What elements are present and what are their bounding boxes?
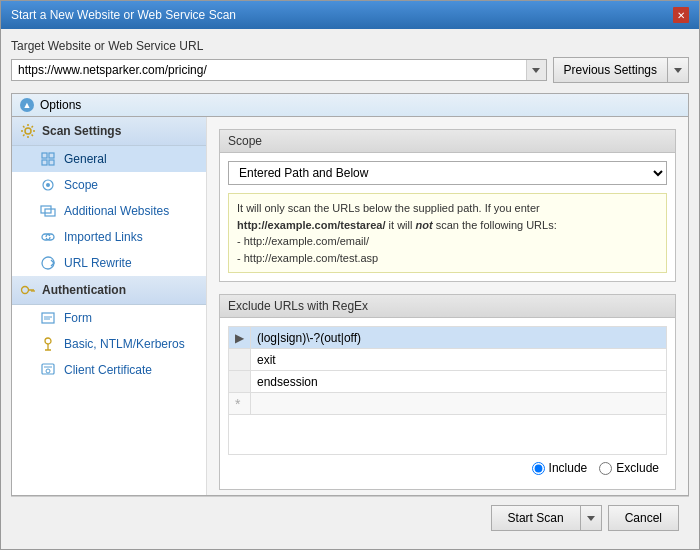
sidebar-scan-settings-header[interactable]: Scan Settings (12, 117, 206, 146)
sidebar-item-scope[interactable]: Scope (12, 172, 206, 198)
sidebar-item-scope-label: Scope (64, 178, 98, 192)
row-arrow: ▶ (229, 327, 251, 349)
row-arrow (229, 371, 251, 393)
sidebar: Scan Settings General (12, 117, 207, 495)
dialog: Start a New Website or Web Service Scan … (0, 0, 700, 550)
sidebar-item-imported-links-label: Imported Links (64, 230, 143, 244)
dialog-title: Start a New Website or Web Service Scan (11, 8, 236, 22)
bottom-bar: Start Scan Cancel (11, 496, 689, 539)
include-radio-label[interactable]: Include (532, 461, 588, 475)
ntlm-icon (40, 336, 56, 352)
sidebar-item-general-label: General (64, 152, 107, 166)
sidebar-item-general[interactable]: General (12, 146, 206, 172)
regex-value-2[interactable]: exit (251, 349, 667, 371)
svg-rect-10 (42, 313, 54, 323)
options-label: Options (40, 98, 81, 112)
table-row-empty (229, 415, 667, 455)
start-scan-wrap: Start Scan (491, 505, 602, 531)
chevron-down-icon (532, 68, 540, 73)
url-section: Target Website or Web Service URL Previo… (11, 39, 689, 83)
title-bar: Start a New Website or Web Service Scan … (1, 1, 699, 29)
include-label: Include (549, 461, 588, 475)
authentication-label: Authentication (42, 283, 126, 297)
scope-section-title: Scope (220, 130, 675, 153)
scope-info-bold1: http://example.com/testarea/ (237, 219, 386, 231)
exclude-label: Exclude (616, 461, 659, 475)
url-label: Target Website or Web Service URL (11, 39, 689, 53)
sidebar-item-imported-links[interactable]: Imported Links (12, 224, 206, 250)
sidebar-item-additional-websites-label: Additional Websites (64, 204, 169, 218)
scope-info-line1: It will only scan the URLs below the sup… (237, 202, 540, 214)
cancel-button[interactable]: Cancel (608, 505, 679, 531)
scope-section-body: Entered Path and Below Whole Domain Only… (220, 153, 675, 281)
table-row[interactable]: endsession (229, 371, 667, 393)
svg-rect-2 (49, 153, 54, 158)
sidebar-item-client-cert[interactable]: Client Certificate (12, 357, 206, 383)
sidebar-authentication-header[interactable]: Authentication (12, 276, 206, 305)
prev-settings-button[interactable]: Previous Settings (553, 57, 667, 83)
options-header: ▲ Options (12, 94, 688, 117)
scope-dropdown[interactable]: Entered Path and Below Whole Domain Only… (228, 161, 667, 185)
new-row-star: * (229, 393, 251, 415)
url-input-wrap (11, 59, 547, 81)
scope-info-line3: scan the following URLs: (433, 219, 557, 231)
regex-value-1[interactable]: (log|sign)\-?(out|off) (251, 327, 667, 349)
websites-icon (40, 203, 56, 219)
scope-info-item1: - http://example.com/email/ (237, 235, 369, 247)
sidebar-item-additional-websites[interactable]: Additional Websites (12, 198, 206, 224)
svg-point-0 (25, 128, 31, 134)
url-row: Previous Settings (11, 57, 689, 83)
table-row[interactable]: exit (229, 349, 667, 371)
sidebar-item-form[interactable]: Form (12, 305, 206, 331)
new-row-value[interactable] (251, 393, 667, 415)
form-icon (40, 310, 56, 326)
scope-info-not: not (416, 219, 433, 231)
regex-value-3[interactable]: endsession (251, 371, 667, 393)
regex-section: Exclude URLs with RegEx ▶ (log|sign)\-?(… (219, 294, 676, 490)
main-panel: Scope Entered Path and Below Whole Domai… (207, 117, 688, 495)
cert-icon (40, 362, 56, 378)
gear-icon (20, 123, 36, 139)
regex-section-body: ▶ (log|sign)\-?(out|off) exit (220, 318, 675, 489)
regex-table: ▶ (log|sign)\-?(out|off) exit (228, 326, 667, 455)
start-scan-dropdown-button[interactable] (580, 505, 602, 531)
prev-settings-dropdown-button[interactable] (667, 57, 689, 83)
links-icon (40, 229, 56, 245)
scope-info-item2: - http://example.com/test.asp (237, 252, 378, 264)
exclude-radio[interactable] (599, 462, 612, 475)
sidebar-item-client-cert-label: Client Certificate (64, 363, 152, 377)
sidebar-item-url-rewrite-label: URL Rewrite (64, 256, 132, 270)
chevron-down-icon (674, 68, 682, 73)
table-row[interactable]: ▶ (log|sign)\-?(out|off) (229, 327, 667, 349)
start-scan-button[interactable]: Start Scan (491, 505, 580, 531)
include-exclude-row: Include Exclude (228, 455, 667, 481)
dialog-content: Target Website or Web Service URL Previo… (1, 29, 699, 549)
close-button[interactable]: ✕ (673, 7, 689, 23)
scope-icon (40, 177, 56, 193)
svg-point-13 (45, 338, 51, 344)
scan-settings-label: Scan Settings (42, 124, 121, 138)
sidebar-item-basic-ntlm[interactable]: Basic, NTLM/Kerberos (12, 331, 206, 357)
row-arrow (229, 349, 251, 371)
prev-settings-wrap: Previous Settings (553, 57, 689, 83)
include-radio[interactable] (532, 462, 545, 475)
sidebar-item-url-rewrite[interactable]: URL Rewrite (12, 250, 206, 276)
svg-rect-4 (49, 160, 54, 165)
url-dropdown-button[interactable] (526, 60, 546, 80)
svg-point-9 (22, 287, 29, 294)
rewrite-icon (40, 255, 56, 271)
svg-point-15 (46, 369, 50, 373)
regex-section-title: Exclude URLs with RegEx (220, 295, 675, 318)
scope-section: Scope Entered Path and Below Whole Domai… (219, 129, 676, 282)
svg-rect-3 (42, 160, 47, 165)
url-input[interactable] (12, 60, 526, 80)
collapse-button[interactable]: ▲ (20, 98, 34, 112)
options-section: ▲ Options Scan Settings (11, 93, 689, 496)
options-body: Scan Settings General (12, 117, 688, 495)
table-row-new[interactable]: * (229, 393, 667, 415)
chevron-down-icon (587, 516, 595, 521)
exclude-radio-label[interactable]: Exclude (599, 461, 659, 475)
scope-info-line2: it will (386, 219, 416, 231)
sidebar-item-basic-ntlm-label: Basic, NTLM/Kerberos (64, 337, 185, 351)
sidebar-item-form-label: Form (64, 311, 92, 325)
